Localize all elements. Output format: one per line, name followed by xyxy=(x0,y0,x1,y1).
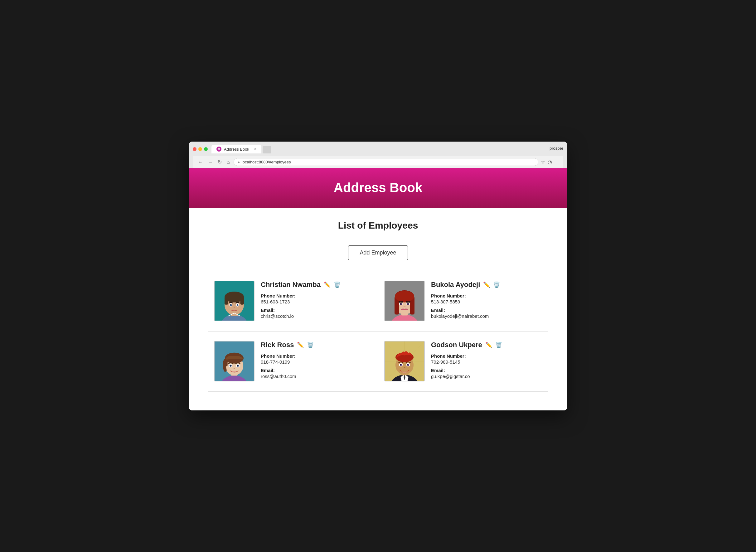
employee-card-rick-ross: Rick Ross ✏️ 🗑️ Phone Number: 918-774-01… xyxy=(208,331,378,392)
maximize-button[interactable] xyxy=(204,147,208,151)
add-employee-container: Add Employee xyxy=(208,246,548,260)
employee-avatar-rick-ross xyxy=(214,341,255,381)
employee-name: Rick Ross xyxy=(261,341,294,349)
employee-info-rick-ross: Rick Ross ✏️ 🗑️ Phone Number: 918-774-01… xyxy=(261,341,371,382)
delete-button-bukola-ayodeji[interactable]: 🗑️ xyxy=(493,281,500,288)
add-employee-button[interactable]: Add Employee xyxy=(348,246,408,260)
forward-button[interactable]: → xyxy=(206,159,214,166)
tab-close-button[interactable]: × xyxy=(254,147,256,151)
minimize-button[interactable] xyxy=(198,147,202,151)
cast-icon[interactable]: ◔ xyxy=(548,159,552,165)
employee-name: Godson Ukpere xyxy=(431,341,482,349)
employee-avatar-christian-nwamba xyxy=(214,281,255,321)
employee-name: Christian Nwamba xyxy=(261,281,321,289)
phone-label: Phone Number: xyxy=(261,353,371,359)
employee-card-bukola-ayodeji: Bukola Ayodeji ✏️ 🗑️ Phone Number: 513-3… xyxy=(378,271,548,331)
phone-value: 651-603-1723 xyxy=(261,299,371,304)
home-button[interactable]: ⌂ xyxy=(225,159,231,166)
tab-favicon: B xyxy=(216,147,221,152)
phone-label: Phone Number: xyxy=(261,293,371,298)
employee-card-godson-ukpere: Godson Ukpere ✏️ 🗑️ Phone Number: 702-98… xyxy=(378,331,548,392)
email-value: chris@scotch.io xyxy=(261,313,371,319)
app-content: Address Book List of Employees Add Emplo… xyxy=(189,168,567,410)
employee-name-row: Godson Ukpere ✏️ 🗑️ xyxy=(431,341,542,349)
edit-button-bukola-ayodeji[interactable]: ✏️ xyxy=(483,281,490,288)
email-label: Email: xyxy=(261,368,371,373)
svg-point-56 xyxy=(400,364,401,365)
new-tab-button[interactable]: + xyxy=(263,146,271,153)
edit-button-godson-ukpere[interactable]: ✏️ xyxy=(485,341,492,349)
email-label: Email: xyxy=(431,368,542,373)
employee-name-row: Christian Nwamba ✏️ 🗑️ xyxy=(261,281,371,289)
address-bar-actions: ☆ ◔ ⋮ xyxy=(541,159,560,165)
browser-titlebar: B Address Book × + prosper xyxy=(193,145,563,153)
svg-rect-5 xyxy=(224,297,228,304)
address-bar-row: ← → ↻ ⌂ ● localhost:8080/#employees ☆ ◔ … xyxy=(193,156,563,168)
svg-point-57 xyxy=(407,364,408,365)
tab-title: Address Book xyxy=(224,147,249,152)
email-label: Email: xyxy=(431,307,542,313)
close-button[interactable] xyxy=(193,147,196,151)
svg-rect-6 xyxy=(240,297,244,304)
delete-button-rick-ross[interactable]: 🗑️ xyxy=(307,341,314,349)
phone-value: 513-307-5859 xyxy=(431,299,542,304)
svg-point-26 xyxy=(407,303,408,304)
bookmark-icon[interactable]: ☆ xyxy=(541,159,545,165)
employee-info-godson-ukpere: Godson Ukpere ✏️ 🗑️ Phone Number: 702-98… xyxy=(431,341,542,382)
phone-label: Phone Number: xyxy=(431,293,542,298)
browser-chrome: B Address Book × + prosper ← → ↻ ⌂ ● loc… xyxy=(189,142,567,168)
svg-point-37 xyxy=(230,365,231,366)
section-divider xyxy=(208,236,548,236)
lock-icon: ● xyxy=(238,160,240,164)
app-header: Address Book xyxy=(189,168,567,208)
employee-info-christian-nwamba: Christian Nwamba ✏️ 🗑️ Phone Number: 651… xyxy=(261,281,371,322)
employee-name-row: Rick Ross ✏️ 🗑️ xyxy=(261,341,371,349)
svg-point-25 xyxy=(400,303,401,304)
delete-button-christian-nwamba[interactable]: 🗑️ xyxy=(334,281,340,288)
email-label: Email: xyxy=(261,307,371,313)
page-title: Address Book xyxy=(195,180,561,195)
employee-avatar-bukola-ayodeji xyxy=(384,281,425,321)
svg-point-12 xyxy=(237,304,238,305)
employee-card-christian-nwamba: Christian Nwamba ✏️ 🗑️ Phone Number: 651… xyxy=(208,271,378,331)
section-title: List of Employees xyxy=(208,220,548,231)
employee-avatar-godson-ukpere xyxy=(384,341,425,381)
phone-label: Phone Number: xyxy=(431,353,542,359)
active-tab[interactable]: B Address Book × xyxy=(211,145,261,153)
url-text: localhost:8080/#employees xyxy=(242,160,291,164)
phone-value: 702-989-5145 xyxy=(431,359,542,365)
app-main: List of Employees Add Employee xyxy=(189,208,567,410)
reload-button[interactable]: ↻ xyxy=(216,158,223,166)
svg-point-11 xyxy=(230,304,231,305)
email-value: bukolayodeji@nairabet.com xyxy=(431,313,542,319)
traffic-lights xyxy=(193,147,208,151)
email-value: g.ukpe@gigstar.co xyxy=(431,374,542,379)
phone-value: 918-774-0199 xyxy=(261,359,371,365)
edit-button-christian-nwamba[interactable]: ✏️ xyxy=(324,281,331,288)
back-button[interactable]: ← xyxy=(196,159,204,166)
browser-window: B Address Book × + prosper ← → ↻ ⌂ ● loc… xyxy=(189,142,567,410)
tab-bar: B Address Book × + xyxy=(211,145,550,153)
employee-info-bukola-ayodeji: Bukola Ayodeji ✏️ 🗑️ Phone Number: 513-3… xyxy=(431,281,542,322)
edit-button-rick-ross[interactable]: ✏️ xyxy=(297,341,304,349)
employee-name-row: Bukola Ayodeji ✏️ 🗑️ xyxy=(431,281,542,289)
employees-grid: Christian Nwamba ✏️ 🗑️ Phone Number: 651… xyxy=(208,271,548,392)
browser-user: prosper xyxy=(550,146,563,152)
svg-point-20 xyxy=(395,291,414,302)
menu-icon[interactable]: ⋮ xyxy=(555,159,560,165)
delete-button-godson-ukpere[interactable]: 🗑️ xyxy=(495,341,502,349)
address-bar[interactable]: ● localhost:8080/#employees xyxy=(234,158,538,166)
email-value: ross@auth0.com xyxy=(261,374,371,379)
svg-point-38 xyxy=(237,365,238,366)
employee-name: Bukola Ayodeji xyxy=(431,281,480,289)
